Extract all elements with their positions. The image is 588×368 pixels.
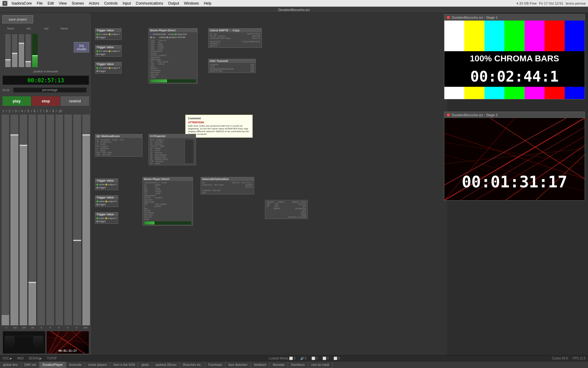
tab-feedback[interactable]: feedback bbox=[251, 362, 270, 368]
midi-status[interactable]: MIDI bbox=[17, 357, 24, 360]
tab-global-dmx[interactable]: global dmx bbox=[0, 362, 21, 368]
scene-6[interactable]: 6 bbox=[34, 109, 36, 113]
menu-controls[interactable]: Controls bbox=[102, 1, 120, 6]
node-row-2: 12 value output 0 bbox=[96, 50, 120, 52]
timecode-display: 00:02:57:13 bbox=[2, 75, 89, 85]
menu-windows[interactable]: Windows bbox=[182, 1, 202, 6]
multi-slider-1[interactable] bbox=[1, 114, 9, 326]
tab-duration-player[interactable]: DurationPlayer bbox=[40, 362, 66, 368]
multi-slider-9[interactable] bbox=[73, 114, 81, 326]
menu-scenes[interactable]: Scenes bbox=[69, 1, 86, 6]
serial-status[interactable]: SERIAL▶ bbox=[29, 357, 42, 360]
mpd1-loopend: loop end bbox=[177, 33, 187, 36]
menu-communications[interactable]: Communications bbox=[133, 1, 165, 6]
tab-mandala[interactable]: Mandala bbox=[270, 362, 288, 368]
multi-slider-3[interactable] bbox=[19, 114, 28, 326]
multi-slider-10[interactable] bbox=[82, 114, 90, 326]
scene-2[interactable]: 2 bbox=[9, 109, 10, 113]
tab-timecode[interactable]: timecode bbox=[66, 362, 85, 368]
scene-3[interactable]: 3 bbox=[15, 109, 17, 113]
tab-damfaces[interactable]: Damfaces bbox=[288, 362, 308, 368]
trigger-value-node-3: Trigger Value 13 value output 0 trigger bbox=[95, 62, 122, 74]
tv6-label: value bbox=[99, 217, 105, 220]
bar-cyan bbox=[484, 21, 504, 51]
save-button[interactable]: save project bbox=[2, 15, 33, 23]
stop-button[interactable]: stop bbox=[32, 96, 60, 106]
time-sliders bbox=[2, 31, 73, 67]
tv5-out-label: output 0 bbox=[108, 200, 117, 203]
scene-1[interactable]: 1 bbox=[2, 109, 4, 113]
tv4-title: Trigger Value bbox=[95, 179, 118, 182]
multi-sliders-container bbox=[1, 114, 90, 326]
play-button[interactable]: play bbox=[2, 96, 31, 106]
stage-1-close[interactable] bbox=[447, 16, 450, 19]
main-canvas: Trigger Value 11 value output 1 trigger … bbox=[92, 13, 588, 355]
multi-slider-7[interactable] bbox=[55, 114, 63, 326]
rewind-button[interactable]: rewind bbox=[61, 96, 89, 106]
mpd1-in-movie bbox=[150, 33, 152, 35]
sec-label: sec bbox=[38, 27, 55, 30]
menu-actors[interactable]: Actors bbox=[86, 1, 102, 6]
scene-7[interactable]: 7 bbox=[40, 109, 42, 113]
tcd-content: fps 1:biscocho item index SMPTE 00:01:31… bbox=[202, 182, 253, 194]
tv5-title: Trigger Value bbox=[95, 196, 118, 199]
menu-app[interactable]: IsadoraCore bbox=[9, 1, 34, 6]
svg-line-3 bbox=[72, 331, 89, 346]
tab-faceheart[interactable]: Faceheart bbox=[205, 362, 225, 368]
min-slider[interactable] bbox=[12, 34, 18, 67]
jog-shuttle-control[interactable]: jog shuttle bbox=[74, 42, 89, 52]
out-label-1: output 1 bbox=[111, 33, 120, 36]
sec-slider[interactable] bbox=[18, 34, 24, 67]
comment-attention: ATTENTION: bbox=[188, 121, 250, 124]
mpd1-progress[interactable] bbox=[150, 79, 196, 83]
movie-player-direct-2: Movie Player Direct 1:biscochomix.2 movi… bbox=[142, 177, 193, 226]
tab-cam-mask[interactable]: cam as mask bbox=[308, 362, 333, 368]
node-title-3: Trigger Value bbox=[95, 62, 121, 66]
scene-9[interactable]: 9 bbox=[52, 109, 54, 113]
transport-controls: play stop rewind bbox=[2, 96, 89, 106]
scene-10[interactable]: 10 bbox=[58, 109, 62, 113]
tv6-port bbox=[96, 217, 98, 219]
scene-5[interactable]: 5 bbox=[27, 109, 29, 113]
percentage-display: percentage bbox=[13, 87, 87, 93]
tab-globe[interactable]: globe bbox=[138, 362, 152, 368]
hours-slider[interactable] bbox=[5, 34, 11, 67]
tab-movie-players[interactable]: movie players bbox=[85, 362, 110, 368]
label-value: value bbox=[102, 33, 108, 36]
position-slider[interactable] bbox=[32, 34, 38, 67]
frame-slider[interactable] bbox=[25, 34, 31, 67]
loaded-media: Loaded Media ⬜ 3 bbox=[269, 357, 296, 360]
menu-file[interactable]: File bbox=[34, 1, 45, 6]
tv6-trig-port bbox=[96, 220, 98, 222]
tab-dmx-set[interactable]: DMX set bbox=[21, 362, 39, 368]
mpd2-progress[interactable] bbox=[144, 221, 191, 225]
menu-view[interactable]: View bbox=[56, 1, 69, 6]
multi-slider-8[interactable] bbox=[64, 114, 72, 326]
osc-status[interactable]: OSC ▶ bbox=[2, 357, 12, 360]
out-label-3: output 0 bbox=[111, 67, 120, 69]
multi-slider-2[interactable] bbox=[10, 114, 18, 326]
tab-here-sun[interactable]: here is the SUN bbox=[110, 362, 138, 368]
slider-val-0: 0 bbox=[2, 326, 10, 329]
tab-face-distortion[interactable]: face distortion bbox=[225, 362, 251, 368]
hours-label: hours bbox=[2, 27, 19, 30]
menu-help[interactable]: Help bbox=[201, 1, 214, 6]
scene-4[interactable]: 4 bbox=[21, 109, 23, 113]
tab-branches[interactable]: Branches etc. bbox=[180, 362, 205, 368]
multi-slider-6[interactable] bbox=[46, 114, 54, 326]
ci-content: vd-d image in on horz pos on vert pos 13… bbox=[150, 139, 194, 164]
movie-player-direct-1: Movie Player Direct 14:timecode movie lo… bbox=[149, 28, 198, 84]
cycles-display: Cycles 96.8 bbox=[552, 357, 568, 360]
tcpip-status[interactable]: TCP/IP bbox=[47, 357, 57, 360]
stage-2-close[interactable] bbox=[447, 113, 450, 117]
tab-spektral[interactable]: spektral 2Brunc bbox=[152, 362, 180, 368]
percentage-area: 33.33 percentage bbox=[2, 87, 89, 93]
menu-output[interactable]: Output bbox=[166, 1, 182, 6]
slider-val-0e: 0 bbox=[64, 326, 72, 329]
menu-input[interactable]: Input bbox=[120, 1, 134, 6]
multi-slider-4[interactable] bbox=[28, 114, 36, 326]
multi-slider-5[interactable] bbox=[37, 114, 45, 326]
video-status: ⬜ 0 bbox=[311, 357, 318, 360]
menu-edit[interactable]: Edit bbox=[45, 1, 56, 6]
scene-8[interactable]: 8 bbox=[46, 109, 48, 113]
